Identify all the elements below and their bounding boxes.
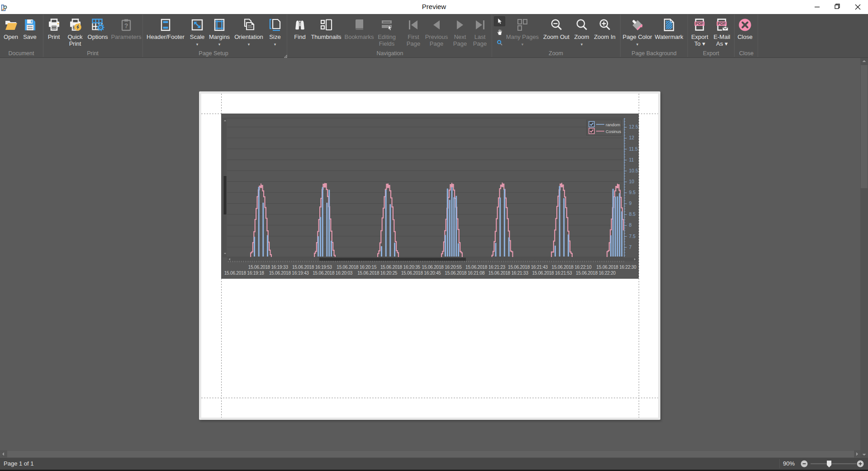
svg-text:12.5: 12.5 bbox=[629, 124, 639, 129]
svg-text:15.06.2018 16:20:55: 15.06.2018 16:20:55 bbox=[422, 265, 462, 270]
svg-text:11.5: 11.5 bbox=[629, 146, 638, 152]
svg-text:15.06.2018 16:21:08: 15.06.2018 16:21:08 bbox=[445, 271, 485, 276]
svg-text:10: 10 bbox=[629, 179, 635, 184]
svg-text:8.5: 8.5 bbox=[629, 211, 636, 217]
svg-text:15.06.2018 16:22:20: 15.06.2018 16:22:20 bbox=[576, 271, 616, 276]
svg-text:15.06.2018 16:22:10: 15.06.2018 16:22:10 bbox=[552, 265, 592, 270]
svg-text:15.06.2018 16:19:18: 15.06.2018 16:19:18 bbox=[224, 271, 265, 276]
svg-text:15.06.2018 16:19:53: 15.06.2018 16:19:53 bbox=[292, 265, 332, 270]
svg-text:15.06.2018 16:20:25: 15.06.2018 16:20:25 bbox=[357, 271, 398, 276]
svg-text:?: ? bbox=[124, 22, 128, 29]
svg-text:15.06.2018 16:20:45: 15.06.2018 16:20:45 bbox=[401, 271, 441, 276]
svg-text:11: 11 bbox=[629, 157, 634, 162]
svg-text:Cosinus: Cosinus bbox=[606, 129, 621, 134]
svg-text:12: 12 bbox=[629, 135, 635, 140]
svg-text:15.06.2018 16:19:33: 15.06.2018 16:19:33 bbox=[248, 265, 289, 270]
svg-text:15.06.2018 16:19:43: 15.06.2018 16:19:43 bbox=[269, 271, 309, 276]
svg-text:15.06.2018 16:20:35: 15.06.2018 16:20:35 bbox=[380, 265, 421, 270]
svg-text:7.5: 7.5 bbox=[629, 233, 636, 239]
svg-text:8: 8 bbox=[629, 222, 632, 228]
svg-text:10.5: 10.5 bbox=[629, 168, 639, 173]
svg-text:15.06.2018 16:21:33: 15.06.2018 16:21:33 bbox=[489, 271, 529, 276]
svg-text:15.06.2018 16:21:53: 15.06.2018 16:21:53 bbox=[532, 271, 572, 276]
svg-text:random: random bbox=[606, 122, 620, 127]
svg-text:9.5: 9.5 bbox=[629, 190, 636, 195]
svg-text:15.06.2018 16:21:43: 15.06.2018 16:21:43 bbox=[508, 265, 548, 270]
svg-text:7: 7 bbox=[629, 244, 632, 250]
svg-text:15.06.2018 16:20:03: 15.06.2018 16:20:03 bbox=[313, 271, 353, 276]
svg-text:15.06.2018 16:21:23: 15.06.2018 16:21:23 bbox=[465, 265, 506, 270]
svg-text:9: 9 bbox=[629, 200, 632, 206]
svg-text:15.06.2018 16:22:30: 15.06.2018 16:22:30 bbox=[597, 265, 637, 270]
svg-text:15.06.2018 16:20:15: 15.06.2018 16:20:15 bbox=[337, 265, 377, 270]
